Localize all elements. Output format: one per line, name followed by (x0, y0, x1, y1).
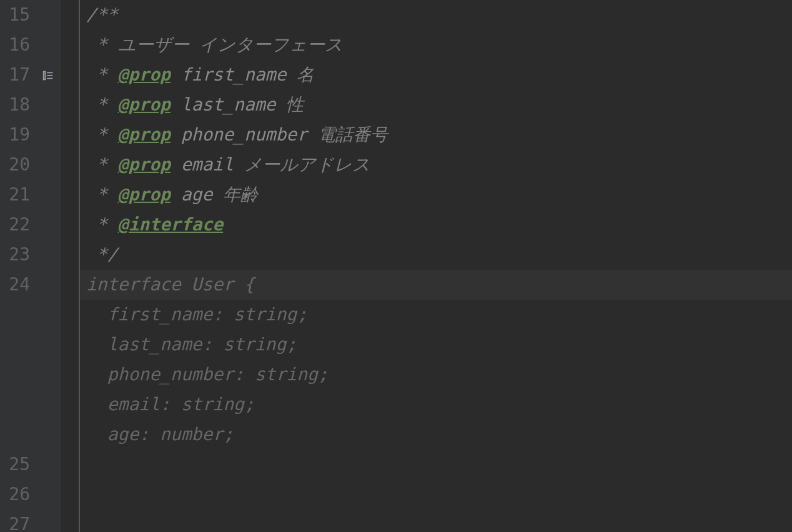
line-number: 19 (0, 120, 30, 150)
jsdoc-tag: @prop (118, 184, 171, 205)
jsdoc-desc: 名 (297, 64, 314, 85)
code-line[interactable]: * @prop first_name 名 (80, 60, 792, 90)
code-line[interactable] (80, 450, 792, 480)
ghost-text: phone_number: string; (86, 364, 329, 385)
jsdoc-tag: @prop (118, 124, 171, 145)
line-number (0, 390, 30, 420)
code-line[interactable] (80, 510, 792, 532)
jsdoc-desc: 電話番号 (318, 124, 388, 145)
code-editor[interactable]: 15 16 17 18 19 20 21 22 23 24 25 26 27 (0, 0, 792, 532)
jsdoc-param: email (171, 154, 244, 175)
line-number: 26 (0, 480, 30, 510)
line-number: 15 (0, 0, 30, 30)
code-line-current[interactable]: interface User { (80, 270, 792, 300)
code-line[interactable]: * @prop phone_number 電話番号 (80, 120, 792, 150)
ghost-text: first_name: string; (86, 304, 307, 325)
line-number: 25 (0, 450, 30, 480)
ghost-text: last_name: string; (86, 334, 297, 355)
line-number (0, 420, 30, 450)
gutter-icon-column (41, 0, 61, 532)
code-line[interactable]: * ユーザー インターフェース (80, 30, 792, 60)
code-area[interactable]: /** * ユーザー インターフェース * @prop first_name 名… (80, 0, 792, 532)
ghost-text: email: string; (86, 394, 255, 415)
code-line[interactable]: * @prop age 年齢 (80, 180, 792, 210)
code-line[interactable]: * @prop last_name 性 (80, 90, 792, 120)
fold-end-icon[interactable] (65, 249, 76, 260)
code-line[interactable] (80, 480, 792, 510)
line-number (0, 300, 30, 330)
code-line[interactable]: * @prop email メールアドレス (80, 150, 792, 180)
fold-start-icon[interactable] (65, 9, 76, 20)
line-number (0, 360, 30, 390)
line-number: 20 (0, 150, 30, 180)
jsdoc-param: last_name (171, 94, 286, 115)
jsdoc-param: first_name (171, 64, 297, 85)
line-number: 21 (0, 180, 30, 210)
code-line[interactable]: /** (80, 0, 792, 30)
fold-column (61, 0, 80, 532)
jsdoc-tag: @prop (118, 154, 171, 175)
jsdoc-desc: メールアドレス (244, 154, 370, 175)
jsdoc-tag: @prop (118, 94, 171, 115)
jsdoc-tag: @prop (118, 64, 171, 85)
comment-close: */ (86, 244, 118, 265)
line-number (0, 330, 30, 360)
jsdoc-param: age (171, 184, 223, 205)
svg-rect-0 (44, 72, 46, 80)
code-line[interactable]: * @interface (80, 210, 792, 240)
jsdoc-desc: 年齢 (223, 184, 258, 205)
inline-suggestion[interactable]: first_name: string; last_name: string; p… (80, 300, 792, 450)
jsdoc-param: phone_number (171, 124, 318, 145)
line-number: 27 (0, 510, 30, 532)
line-number: 18 (0, 90, 30, 120)
comment-open: /** (86, 4, 118, 25)
line-number-gutter: 15 16 17 18 19 20 21 22 23 24 25 26 27 (0, 0, 41, 532)
line-number: 23 (0, 240, 30, 270)
line-number: 16 (0, 30, 30, 60)
code-text: interface User { (86, 274, 255, 295)
line-number: 17 (0, 60, 30, 90)
line-number: 24 (0, 270, 30, 300)
line-number: 22 (0, 210, 30, 240)
code-line[interactable]: */ (80, 240, 792, 270)
jsdoc-tag: @interface (118, 214, 224, 235)
ghost-text: age: number; (86, 424, 234, 445)
jsdoc-desc: 性 (286, 94, 304, 115)
bookmark-icon[interactable] (41, 0, 61, 30)
comment-text: ユーザー インターフェース (118, 34, 344, 55)
